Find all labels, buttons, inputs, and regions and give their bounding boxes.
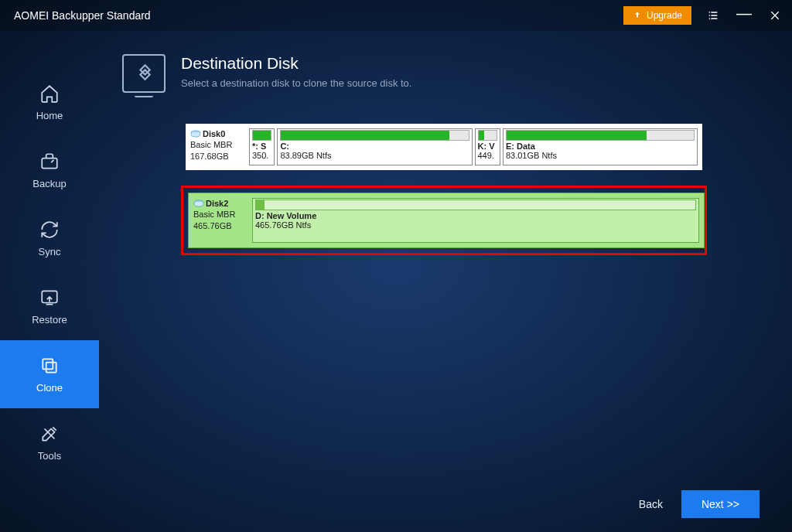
sidebar-item-restore[interactable]: Restore — [0, 272, 99, 340]
disk-meta: Disk0 Basic MBR 167.68GB — [190, 128, 246, 165]
disk-row-1[interactable]: Disk2 Basic MBR 465.76GB D: New Volume 4… — [188, 193, 705, 248]
app-title: AOMEI Backupper Standard — [14, 9, 151, 22]
heading: Destination Disk Select a destination di… — [181, 54, 411, 89]
page-header: Destination Disk Select a destination di… — [122, 54, 760, 93]
disk-meta: Disk2 Basic MBR 465.76GB — [193, 198, 249, 243]
disk-icon — [193, 200, 204, 207]
sidebar-item-backup[interactable]: Backup — [0, 136, 99, 204]
disk-name: Disk0 — [190, 128, 246, 139]
partition: E: Data 83.01GB Ntfs — [503, 128, 698, 165]
partition: K: V 449. — [475, 128, 500, 165]
partition: D: New Volume 465.76GB Ntfs — [252, 198, 699, 243]
tools-icon — [39, 424, 60, 444]
sidebar-item-label: Home — [36, 110, 63, 121]
main-panel: Destination Disk Select a destination di… — [99, 31, 792, 532]
svg-rect-0 — [42, 158, 57, 168]
footer-buttons: Back Next >> — [639, 490, 760, 518]
clone-icon — [39, 356, 60, 376]
sidebar-item-label: Sync — [39, 246, 61, 257]
disk-size: 465.76GB — [193, 220, 249, 231]
titlebar-right: Upgrade — — [623, 6, 784, 25]
destination-disk-icon — [122, 54, 166, 93]
menu-list-icon[interactable] — [704, 6, 722, 25]
close-button[interactable] — [766, 6, 784, 25]
sidebar-item-sync[interactable]: Sync — [0, 204, 99, 272]
sidebar-item-label: Tools — [38, 450, 61, 462]
body-row: Home Backup Sync Restore Clone Tools — [0, 31, 792, 532]
titlebar: AOMEI Backupper Standard Upgrade — — [0, 0, 792, 31]
disk-list: Disk0 Basic MBR 167.68GB *: S 350. — [122, 124, 760, 255]
upgrade-icon — [633, 11, 642, 20]
restore-icon — [39, 288, 60, 308]
sidebar-item-label: Clone — [36, 382, 63, 394]
app-window: AOMEI Backupper Standard Upgrade — Home — [0, 0, 792, 532]
sidebar-item-label: Restore — [32, 314, 67, 326]
disk-name: Disk2 — [193, 198, 249, 209]
upgrade-label: Upgrade — [647, 10, 682, 21]
disk-partitions: *: S 350. C: 83.89GB Ntfs K: V 449. — [249, 128, 698, 165]
sync-icon — [39, 220, 60, 240]
partition: *: S 350. — [249, 128, 275, 165]
disk-row-0[interactable]: Disk0 Basic MBR 167.68GB *: S 350. — [186, 124, 702, 170]
disk-type: Basic MBR — [190, 139, 246, 150]
svg-rect-3 — [46, 362, 56, 372]
sidebar-item-label: Backup — [32, 178, 66, 189]
backup-icon — [39, 152, 60, 172]
back-button[interactable]: Back — [639, 498, 663, 510]
page-title: Destination Disk — [181, 54, 411, 73]
disk-size: 167.68GB — [190, 151, 246, 162]
disk-type: Basic MBR — [193, 209, 249, 220]
upgrade-button[interactable]: Upgrade — [623, 6, 691, 25]
page-subtitle: Select a destination disk to clone the s… — [181, 77, 411, 89]
partition: C: 83.89GB Ntfs — [277, 128, 472, 165]
sidebar-item-home[interactable]: Home — [0, 68, 99, 136]
home-icon — [39, 84, 60, 104]
next-button[interactable]: Next >> — [681, 490, 760, 518]
disk-partitions: D: New Volume 465.76GB Ntfs — [252, 198, 699, 243]
sidebar: Home Backup Sync Restore Clone Tools — [0, 31, 99, 532]
selected-disk-highlight: Disk2 Basic MBR 465.76GB D: New Volume 4… — [181, 186, 707, 255]
sidebar-item-tools[interactable]: Tools — [0, 408, 99, 476]
disk-icon — [190, 130, 201, 138]
svg-rect-2 — [43, 359, 53, 369]
sidebar-item-clone[interactable]: Clone — [0, 340, 99, 408]
minimize-button[interactable]: — — [735, 6, 753, 25]
